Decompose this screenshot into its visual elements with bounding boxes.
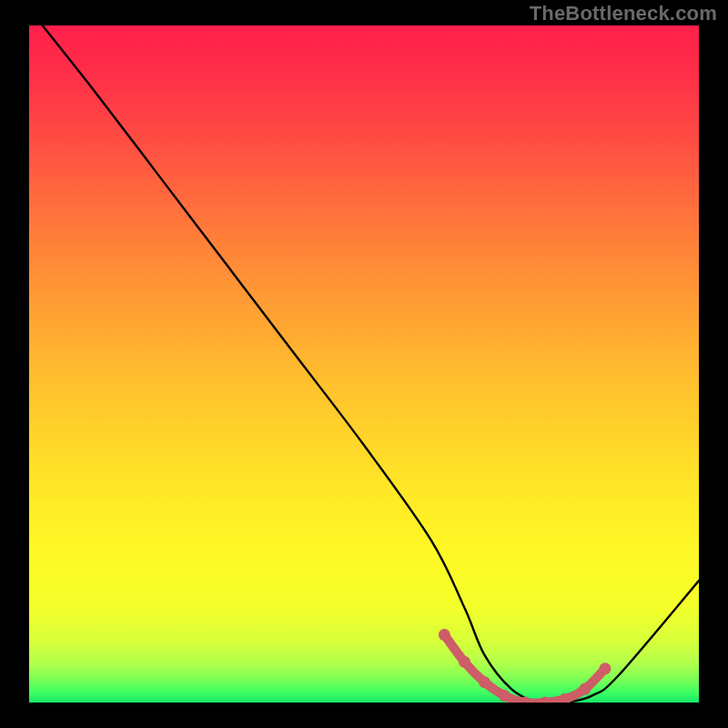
- highlight-point: [479, 676, 490, 688]
- highlight-point: [599, 662, 611, 674]
- heat-gradient: [29, 25, 699, 703]
- highlight-point: [519, 697, 531, 709]
- bottleneck-chart: [0, 0, 728, 728]
- highlight-point: [559, 693, 571, 705]
- highlight-point: [539, 697, 551, 709]
- watermark-text: TheBottleneck.com: [530, 2, 717, 25]
- chart-stage: TheBottleneck.com: [0, 0, 728, 728]
- highlight-point: [439, 629, 450, 641]
- highlight-point: [579, 683, 591, 695]
- highlight-point: [499, 690, 511, 702]
- highlight-point: [459, 656, 470, 668]
